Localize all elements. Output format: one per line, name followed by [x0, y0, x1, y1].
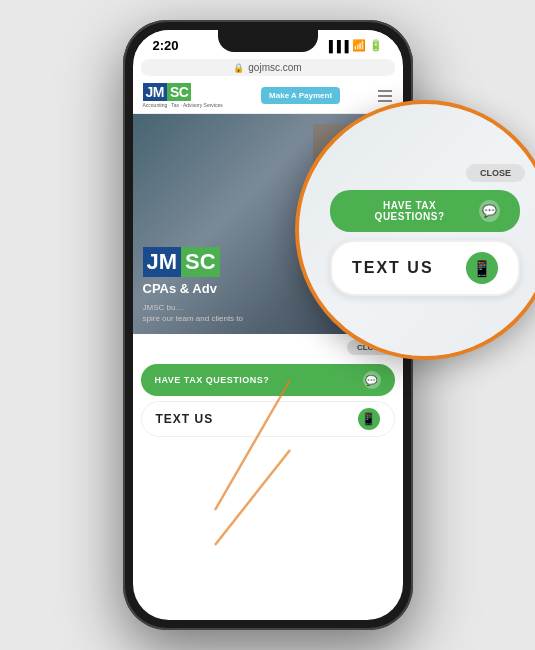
hero-logo-jm: JM — [143, 247, 182, 277]
text-us-label: TEXT US — [156, 412, 214, 426]
status-time: 2:20 — [153, 38, 179, 53]
url-text: gojmsc.com — [248, 62, 301, 73]
zoom-circle-inner: CLOSE HAVE TAX QUESTIONS? 💬 TEXT US 📱 — [299, 104, 535, 356]
jmsc-logo: JM SC Accounting · Tax · Advisory Servic… — [143, 83, 223, 108]
zoom-text-us-label: TEXT US — [352, 259, 434, 277]
hero-logo-sc: SC — [181, 247, 220, 277]
text-us-row[interactable]: TEXT US 📱 — [141, 401, 395, 437]
zoom-tax-question-button[interactable]: HAVE TAX QUESTIONS? 💬 — [330, 190, 520, 232]
zoom-chat-icon: 💬 — [479, 200, 500, 222]
status-icons: ▐▐▐ 📶 🔋 — [325, 39, 382, 52]
logo-sc: SC — [167, 83, 191, 101]
phone-icon: 📱 — [358, 408, 380, 430]
zoom-text-us-row[interactable]: TEXT US 📱 — [330, 240, 520, 296]
tax-question-label: HAVE TAX QUESTIONS? — [155, 375, 270, 385]
notch — [218, 30, 318, 52]
lock-icon: 🔒 — [233, 63, 244, 73]
tax-question-button[interactable]: HAVE TAX QUESTIONS? 💬 — [141, 364, 395, 396]
make-payment-button[interactable]: Make A Payment — [261, 87, 340, 104]
hamburger-icon[interactable] — [378, 90, 392, 102]
hero-text-line2: spire our team and clients to — [143, 314, 244, 323]
signal-icon: ▐▐▐ — [325, 40, 348, 52]
logo-jm: JM — [143, 83, 167, 101]
zoom-tax-question-label: HAVE TAX QUESTIONS? — [350, 200, 469, 222]
zoom-close-button[interactable]: CLOSE — [466, 164, 525, 182]
chat-icon: 💬 — [363, 371, 381, 389]
battery-icon: 🔋 — [369, 39, 383, 52]
zoom-content: CLOSE HAVE TAX QUESTIONS? 💬 TEXT US 📱 — [315, 164, 535, 296]
url-bar: 🔒 gojmsc.com — [141, 59, 395, 76]
zoom-popup: CLOSE HAVE TAX QUESTIONS? 💬 TEXT US 📱 — [295, 100, 535, 360]
wifi-icon: 📶 — [352, 39, 366, 52]
zoom-phone-icon: 📱 — [466, 252, 498, 284]
scene: 2:20 ▐▐▐ 📶 🔋 🔒 gojmsc.com JM SC — [0, 0, 535, 650]
logo-tagline: Accounting · Tax · Advisory Services — [143, 102, 223, 108]
